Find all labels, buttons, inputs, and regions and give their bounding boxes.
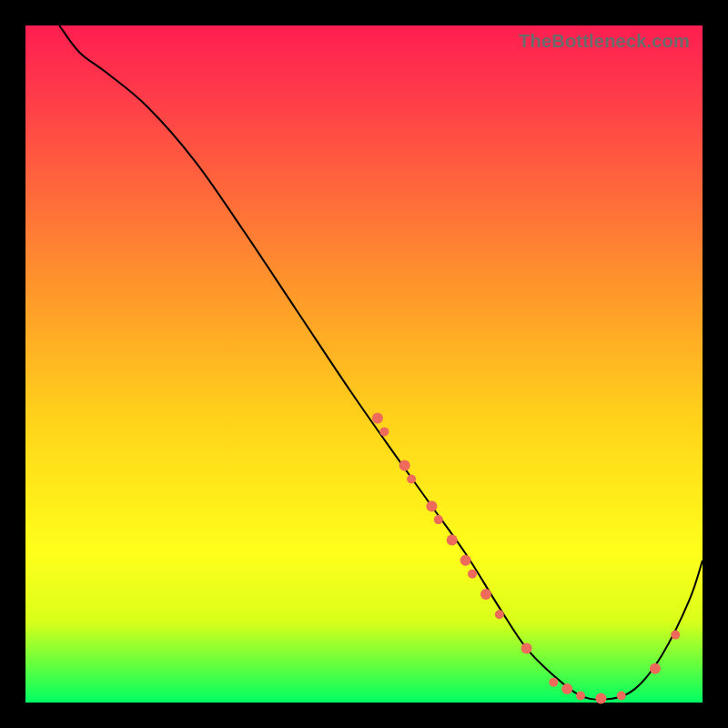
data-point	[426, 500, 437, 511]
chart-frame: TheBottleneck.com	[0, 0, 728, 728]
data-point	[561, 683, 572, 694]
data-point	[549, 678, 558, 687]
data-point	[521, 642, 532, 653]
data-point	[595, 693, 606, 704]
data-point	[434, 515, 443, 524]
data-point	[617, 692, 626, 701]
curve-svg	[25, 25, 703, 703]
data-point	[447, 534, 458, 545]
data-point	[671, 631, 680, 640]
data-point	[576, 692, 585, 701]
data-point	[379, 427, 389, 436]
data-point	[468, 570, 477, 579]
data-point	[407, 474, 416, 483]
plot-area: TheBottleneck.com	[25, 25, 703, 703]
data-point	[480, 589, 491, 600]
data-point	[460, 555, 471, 566]
data-point	[399, 460, 410, 471]
data-point	[372, 413, 383, 424]
data-point	[650, 663, 661, 674]
markers-group	[372, 413, 680, 704]
curve-path	[59, 25, 703, 700]
data-point	[495, 610, 504, 619]
